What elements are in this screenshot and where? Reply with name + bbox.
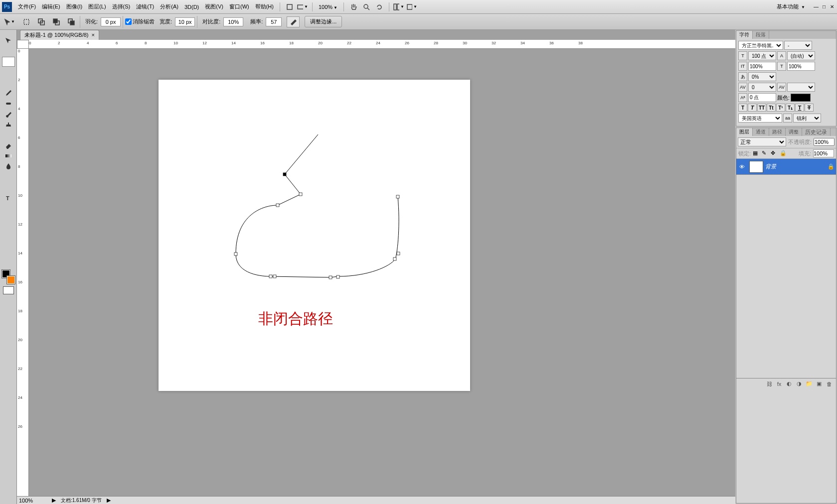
- selection-new-icon[interactable]: [21, 17, 32, 26]
- group-icon[interactable]: 📁: [805, 380, 813, 387]
- link-layers-icon[interactable]: ⛓: [765, 380, 773, 387]
- frequency-input[interactable]: [266, 17, 282, 26]
- zoom-display[interactable]: 100%▼: [316, 4, 340, 10]
- quickmask-toggle[interactable]: [3, 286, 14, 294]
- canvas-viewport[interactable]: 非闭合路径: [29, 49, 735, 496]
- blend-mode-select[interactable]: 正常: [738, 137, 786, 146]
- close-button[interactable]: ✕: [829, 4, 835, 10]
- aspect-select[interactable]: 0%: [748, 72, 776, 81]
- antialias-select[interactable]: 锐利: [793, 114, 821, 123]
- visibility-icon[interactable]: 👁: [736, 164, 747, 170]
- hand-tool-box[interactable]: [2, 245, 15, 255]
- tab-layers[interactable]: 图层: [736, 128, 753, 136]
- menu-edit[interactable]: 编辑(E): [39, 2, 63, 11]
- feather-input[interactable]: [101, 17, 121, 26]
- vscale-input[interactable]: [748, 62, 776, 71]
- tab-character[interactable]: 字符: [736, 31, 753, 39]
- close-tab-icon[interactable]: ×: [92, 32, 95, 38]
- antialias-checkbox[interactable]: 消除锯齿: [125, 18, 155, 25]
- screen-mode-icon[interactable]: ▼: [297, 2, 308, 11]
- width-input[interactable]: [175, 17, 195, 26]
- contrast-input[interactable]: [223, 17, 243, 26]
- italic-button[interactable]: T: [748, 104, 757, 112]
- ruler-origin[interactable]: [17, 40, 29, 49]
- lock-pixels-icon[interactable]: ▦: [753, 150, 760, 157]
- brush-tool[interactable]: [2, 109, 15, 119]
- eraser-tool[interactable]: [2, 140, 15, 150]
- clone-stamp-tool[interactable]: [2, 120, 15, 129]
- marquee-tool[interactable]: [2, 46, 15, 56]
- tab-channels[interactable]: 通道: [753, 128, 769, 136]
- selection-add-icon[interactable]: [36, 17, 47, 26]
- type-tool[interactable]: T: [2, 193, 15, 203]
- hand-tool-icon[interactable]: [348, 2, 359, 11]
- path-selection-tool[interactable]: [2, 203, 15, 213]
- adjustment-layer-icon[interactable]: ◑: [795, 380, 803, 387]
- document-tab[interactable]: 未标题-1 @ 100%(RGB/8)×: [20, 30, 99, 40]
- maximize-button[interactable]: □: [821, 4, 827, 10]
- zoom-tool-box[interactable]: [2, 255, 15, 265]
- history-brush-tool[interactable]: [2, 130, 15, 140]
- workspace-switcher[interactable]: 基本功能 ▼: [773, 2, 809, 11]
- selection-intersect-icon[interactable]: [66, 17, 77, 26]
- healing-brush-tool[interactable]: [2, 99, 15, 109]
- fill-input[interactable]: [813, 149, 834, 157]
- lock-all-icon[interactable]: 🔒: [780, 150, 787, 157]
- horizontal-ruler[interactable]: 02468101214161820222426283032343638: [29, 40, 735, 49]
- kerning-select[interactable]: [787, 83, 815, 92]
- status-zoom[interactable]: 100%: [19, 498, 47, 504]
- leading-select[interactable]: (自动): [787, 51, 815, 60]
- status-arrow-icon[interactable]: ▶: [107, 497, 111, 504]
- hscale-input[interactable]: [787, 62, 815, 71]
- 3d-camera-tool[interactable]: [2, 235, 15, 245]
- gradient-tool[interactable]: [2, 151, 15, 161]
- menu-layer[interactable]: 图层(L): [85, 2, 109, 11]
- crop-tool[interactable]: [2, 78, 15, 88]
- superscript-button[interactable]: T¹: [776, 104, 785, 112]
- menu-select[interactable]: 选择(S): [109, 2, 134, 11]
- menu-3d[interactable]: 3D(D): [181, 3, 202, 11]
- underline-button[interactable]: T: [795, 104, 804, 112]
- new-layer-icon[interactable]: ▣: [815, 380, 823, 387]
- refine-edge-button[interactable]: 调整边缘...: [305, 16, 342, 27]
- lasso-tool[interactable]: [2, 57, 15, 67]
- tab-history[interactable]: 历史记录: [802, 128, 831, 136]
- minimize-button[interactable]: —: [813, 4, 819, 10]
- screen-mode2-icon[interactable]: ▼: [406, 2, 417, 11]
- eyedropper-tool[interactable]: [2, 88, 15, 98]
- 3d-tool[interactable]: [2, 224, 15, 234]
- menu-file[interactable]: 文件(F): [15, 2, 39, 11]
- zoom-tool-icon[interactable]: [361, 2, 372, 11]
- menu-window[interactable]: 窗口(W): [226, 2, 252, 11]
- menu-help[interactable]: 帮助(H): [252, 2, 277, 11]
- status-doc-info-icon[interactable]: ▶: [52, 497, 56, 504]
- language-select[interactable]: 美国英语: [738, 114, 782, 123]
- rotate-view-icon[interactable]: [374, 2, 385, 11]
- lock-brush-icon[interactable]: ✎: [762, 150, 769, 157]
- menu-view[interactable]: 视图(V): [202, 2, 226, 11]
- menu-image[interactable]: 图像(I): [63, 2, 85, 11]
- layer-name[interactable]: 背景: [765, 163, 826, 170]
- shape-tool[interactable]: [2, 214, 15, 224]
- dodge-tool[interactable]: [2, 172, 15, 182]
- text-color-swatch[interactable]: [791, 94, 811, 102]
- baseline-input[interactable]: [748, 93, 776, 102]
- menu-filter[interactable]: 滤镜(T): [133, 2, 157, 11]
- pen-tool[interactable]: [2, 182, 15, 192]
- stylus-pressure-icon[interactable]: [287, 16, 300, 27]
- menu-analysis[interactable]: 分析(A): [157, 2, 181, 11]
- font-style-select[interactable]: -: [784, 41, 812, 50]
- tab-paths[interactable]: 路径: [769, 128, 786, 136]
- vertical-ruler[interactable]: 02468101214161820222426: [17, 49, 29, 496]
- tab-adjustments[interactable]: 调整: [786, 128, 802, 136]
- selection-subtract-icon[interactable]: [51, 17, 62, 26]
- launch-bridge-icon[interactable]: [284, 2, 295, 11]
- arrange-docs-icon[interactable]: ▼: [393, 2, 404, 11]
- move-tool[interactable]: [2, 36, 15, 46]
- allcaps-button[interactable]: TT: [757, 104, 766, 112]
- lock-position-icon[interactable]: ✥: [771, 150, 778, 157]
- tracking-select[interactable]: 0: [748, 83, 776, 92]
- bold-button[interactable]: T: [738, 104, 747, 112]
- tab-paragraph[interactable]: 段落: [753, 31, 769, 39]
- layer-row[interactable]: 👁 背景 🔒: [736, 159, 836, 175]
